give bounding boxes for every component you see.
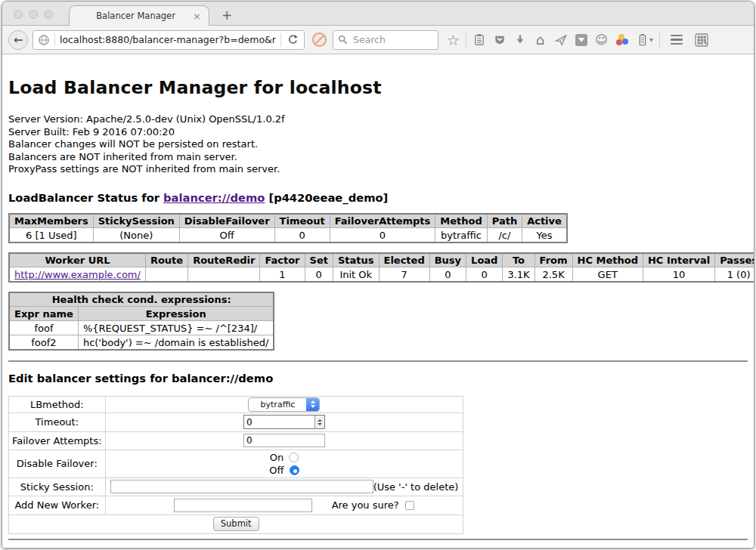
are-you-sure-checkbox[interactable] [405,501,414,510]
on-radio[interactable] [289,453,299,462]
globe-icon [36,30,51,50]
submit-cell: Submit [9,514,463,533]
feedback-smiley-icon[interactable]: ☺ [591,29,612,50]
table-row: foof2 hc('body') =~ /domain is establish… [9,335,274,350]
menu-hamburger-icon[interactable] [666,29,686,50]
sticky-session-cell: (Use '-' to delete) [105,477,463,496]
off-label: Off [269,465,284,476]
on-label: On [270,452,284,463]
new-tab-button[interactable]: + [222,9,232,22]
column-header: Status [333,253,379,267]
column-header: Worker URL [9,253,145,267]
column-header: StickySession [93,214,179,228]
add-worker-input[interactable] [174,499,312,512]
bookmark-star-icon[interactable]: ☆ [443,29,463,50]
off-radio[interactable] [290,465,299,475]
form-row-sticky-session: Sticky Session: (Use '-' to delete) [9,477,463,496]
worker-status-table: Worker URL Route RouteRedir Factor Set S… [8,252,754,283]
downloads-icon[interactable] [510,29,530,50]
url-bar[interactable] [33,30,305,50]
window-zoom-button[interactable] [44,10,53,19]
expression-cell: %{REQUEST_STATUS} =~ /^[234]/ [78,321,274,335]
window-minimize-button[interactable] [29,10,38,19]
table-cell: Yes [522,228,567,243]
addon-download-icon[interactable] [571,29,591,50]
submit-button[interactable]: Submit [213,517,259,531]
table-cell: 0 [466,267,503,282]
column-header: MaxMembers [9,214,93,228]
worker-url-cell: http://www.example.com/ [9,267,145,282]
column-header: Set [305,253,333,267]
pocket-icon[interactable] [489,29,510,50]
column-header: Elected [379,253,429,267]
table-row: 6 [1 Used] (None) Off 0 0 bytraffic /c/ … [9,228,567,243]
expr-name-cell: foof [9,321,78,335]
reload-icon[interactable] [284,30,301,50]
radio-option-off: Off [109,464,460,477]
form-row-lbmethod: LBmethod: bytraffic [9,396,463,412]
timeout-label: Timeout: [9,412,106,431]
timeout-input[interactable] [244,416,314,428]
table-header-row: MaxMembers StickySession DisableFailover… [9,214,567,228]
column-header: Route [145,253,187,267]
timeout-cell [105,412,463,431]
toolbar-divider [659,32,660,48]
edit-settings-heading: Edit balancer settings for balancer://de… [8,372,748,385]
balancer-demo-link[interactable]: balancer://demo [163,191,265,204]
worker-url-link[interactable]: http://www.example.com/ [14,269,141,280]
table-cell: 1 [260,267,305,282]
window-close-button[interactable] [14,10,23,19]
page-content: Load Balancer Manager for localhost Serv… [2,77,754,548]
table-header-row: Worker URL Route RouteRedir Factor Set S… [9,253,754,267]
address-input[interactable] [58,33,277,46]
chevron-down-icon[interactable]: ▾ [649,36,653,44]
table-cell: 10 [643,267,714,282]
navigation-toolbar: ← [2,26,754,54]
column-header: Expression [78,307,274,321]
table-cell: 2.5K [534,267,572,282]
tab-close-icon[interactable]: × [191,11,203,21]
server-version-line: Server Version: Apache/2.5.0-dev (Unix) … [8,113,748,126]
table-cell: 3.1K [503,267,534,282]
sticky-session-label: Sticky Session: [9,477,106,496]
column-header: Busy [429,253,466,267]
tab-bar: Balancer Manager × + [2,2,754,26]
screenshot-grid-icon[interactable] [691,29,711,50]
table-cell: GET [572,267,643,282]
proxypass-note-line: ProxyPass settings are NOT inherited fro… [8,163,748,176]
search-field[interactable] [333,30,438,50]
table-cell: 0 [330,228,435,243]
send-tab-icon[interactable] [550,29,571,50]
home-icon[interactable]: ⌂ [530,29,550,50]
sticky-session-hint: (Use '-' to delete) [373,481,460,493]
disable-failover-label: Disable Failover: [9,450,106,477]
page-title: Load Balancer Manager for localhost [8,77,748,98]
back-button[interactable]: ← [8,30,28,50]
table-cell: Off [179,228,274,243]
search-input[interactable] [352,33,427,46]
server-info: Server Version: Apache/2.5.0-dev (Unix) … [8,113,748,176]
sticky-session-input[interactable] [110,480,373,493]
server-built-line: Server Built: Feb 9 2016 07:00:20 [8,126,748,139]
browser-window: Balancer Manager × + ← [2,1,754,548]
content-blocked-icon[interactable] [312,32,327,47]
tab-balancer-manager[interactable]: Balancer Manager × [69,5,209,26]
failover-attempts-input[interactable] [243,434,325,447]
number-spinner-icon[interactable] [314,416,324,428]
status-heading-suffix: [p4420eeae_demo] [265,191,388,204]
expr-name-cell: foof2 [9,335,78,350]
table-cell: /c/ [487,228,522,243]
table-header-row: Expr name Expression [9,307,274,321]
timeout-field[interactable] [243,415,325,429]
color-dots-extension-icon[interactable] [612,29,632,50]
health-table-title: Health check cond. expressions: [9,292,274,307]
table-cell: (None) [93,228,179,243]
reading-list-icon[interactable] [469,29,489,50]
column-header: HC Interval [643,253,714,267]
table-row: foof %{REQUEST_STATUS} =~ /^[234]/ [9,321,274,335]
health-check-table: Health check cond. expressions: Expr nam… [8,292,274,351]
lbmethod-select[interactable]: bytraffic [248,397,320,412]
select-stepper-icon [306,397,319,412]
section-divider [8,360,748,362]
footer-divider [8,539,748,540]
